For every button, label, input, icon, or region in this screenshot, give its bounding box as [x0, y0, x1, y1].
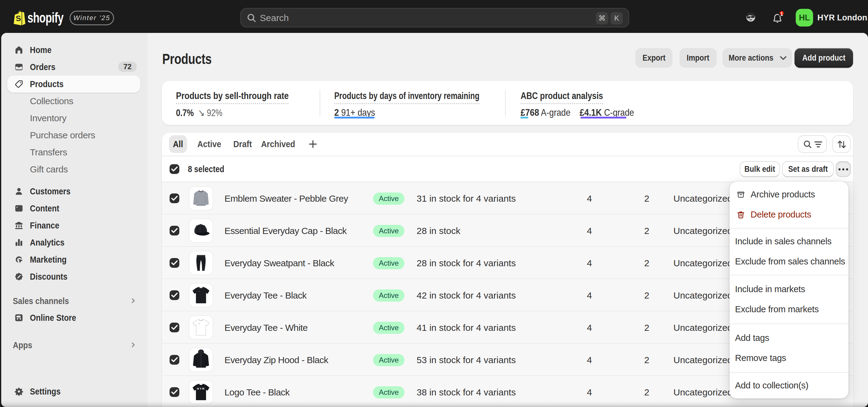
svg-text:S: S — [16, 14, 21, 23]
svg-text:HYR: HYR — [197, 387, 205, 390]
